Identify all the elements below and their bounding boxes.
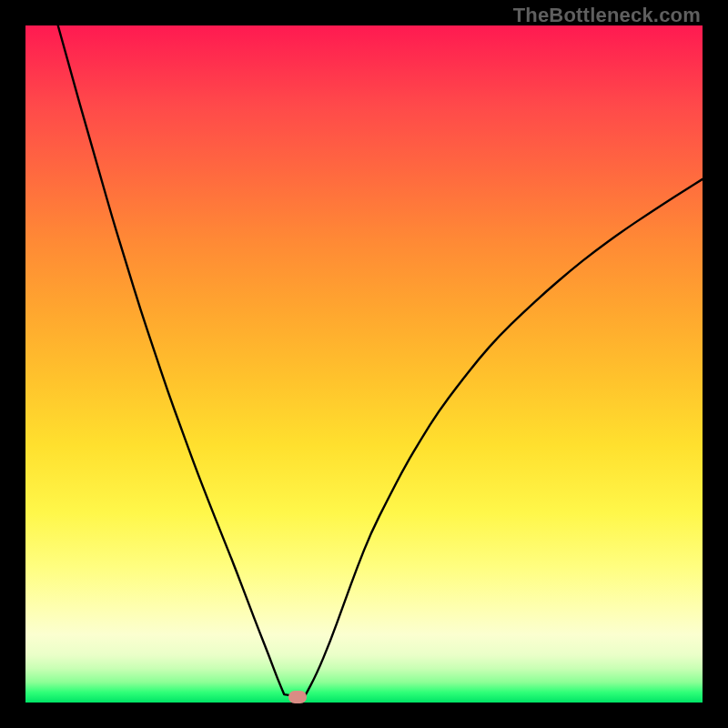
chart-frame <box>25 25 703 703</box>
bottleneck-curve <box>25 25 703 703</box>
minimum-marker <box>288 691 307 703</box>
watermark-text: TheBottleneck.com <box>513 4 701 27</box>
curve-path <box>58 25 703 696</box>
